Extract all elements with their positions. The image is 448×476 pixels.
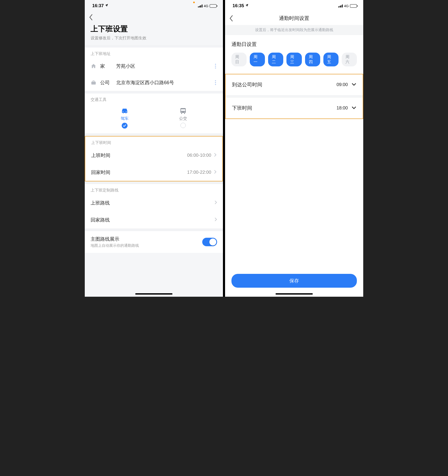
recording-indicator-dot (193, 2, 195, 3)
save-button[interactable]: 保存 (231, 274, 357, 288)
signal-icon (198, 5, 202, 7)
day-pill-3[interactable]: 周三 (286, 53, 302, 66)
chevron-down-icon (352, 106, 356, 110)
nav-title: 通勤时间设置 (279, 15, 309, 22)
arrive-time-row[interactable]: 到达公司时间 09:00 (226, 74, 363, 95)
svg-point-6 (184, 112, 185, 113)
map-route-switch[interactable] (202, 238, 217, 246)
svg-rect-0 (91, 82, 96, 84)
status-time: 16:35 (233, 3, 244, 8)
home-time-value: 17:00-22:00 (187, 170, 211, 175)
page-title: 上下班设置 (91, 24, 217, 34)
home-label: 家 (100, 63, 112, 69)
home-time-label: 回家时间 (91, 169, 110, 176)
hint-text: 设置后，将于临近出发时间段为您展示通勤路线 (225, 25, 363, 35)
day-section-title: 通勤日设置 (231, 41, 357, 48)
status-bar: 16:37 4G (85, 0, 223, 12)
more-icon[interactable] (214, 79, 217, 86)
radio-checked-icon (122, 123, 128, 129)
back-button[interactable] (85, 12, 223, 23)
more-icon[interactable] (214, 63, 217, 70)
status-bar: 16:35 4G (225, 0, 363, 12)
day-pill-5[interactable]: 周五 (323, 53, 339, 66)
day-pills: 周日周一周二周三周四周五周六 (231, 53, 357, 66)
day-pill-4[interactable]: 周四 (305, 53, 320, 66)
home-value: 芳苑小区 (116, 63, 210, 69)
work-time-label: 上班时间 (91, 152, 110, 159)
radio-empty-icon (180, 123, 186, 128)
svg-point-1 (123, 112, 124, 112)
briefcase-icon (91, 80, 96, 86)
day-pill-2[interactable]: 周二 (268, 53, 283, 66)
company-label: 公司 (100, 79, 112, 86)
page-subtitle: 设置修改后，下次打开地图生效 (91, 36, 217, 41)
svg-rect-8 (184, 113, 185, 114)
battery-icon (210, 4, 217, 8)
signal-icon (338, 5, 343, 7)
home-indicator[interactable] (276, 293, 313, 295)
transport-selector: 驾车 公交 (85, 104, 223, 133)
address-section-label: 上下班地址 (85, 48, 223, 58)
commute-days-section: 通勤日设置 周日周一周二周三周四周五周六 (225, 35, 363, 73)
battery-icon (350, 4, 357, 8)
time-settings-highlight: 到达公司时间 09:00 下班时间 18:00 (225, 74, 363, 119)
location-arrow-icon (105, 3, 108, 8)
chevron-right-icon (214, 153, 217, 158)
page-header: 上下班设置 设置修改后，下次打开地图生效 (85, 23, 223, 45)
home-route-row[interactable]: 回家路线 (85, 211, 223, 228)
transport-bus[interactable]: 公交 (179, 108, 187, 129)
work-route-label: 上班路线 (91, 200, 110, 206)
svg-rect-7 (181, 113, 182, 114)
leave-time-row[interactable]: 下班时间 18:00 (226, 98, 363, 118)
home-time-row[interactable]: 回家时间 17:00-22:00 (85, 164, 222, 181)
transport-section-label: 交通工具 (85, 94, 223, 104)
back-button[interactable] (229, 15, 234, 23)
chevron-right-icon (214, 170, 217, 175)
chevron-down-icon (352, 82, 356, 87)
transport-car-label: 驾车 (121, 116, 129, 121)
chevron-right-icon (214, 217, 217, 223)
day-pill-0[interactable]: 周日 (231, 53, 247, 66)
transport-bus-label: 公交 (179, 116, 187, 121)
work-route-row[interactable]: 上班路线 (85, 194, 223, 211)
leave-time-label: 下班时间 (232, 105, 252, 112)
home-indicator[interactable] (135, 293, 172, 295)
phone-left-commute-settings: 16:37 4G 上下班设置 设置修改后，下次打开地图生效 上下班地址 (85, 0, 223, 297)
company-address-row[interactable]: 公司 北京市海淀区西小口路66号 (85, 74, 223, 91)
location-arrow-icon (245, 3, 249, 8)
home-icon (91, 63, 96, 69)
map-route-toggle-row: 主图路线展示 地图上自动展示你的通勤路线 (85, 231, 223, 253)
day-pill-1[interactable]: 周一 (250, 53, 265, 66)
svg-point-5 (181, 112, 182, 113)
toggle-subtitle: 地图上自动展示你的通勤路线 (91, 243, 139, 248)
status-time: 16:37 (92, 3, 104, 8)
svg-point-2 (126, 112, 127, 112)
work-time-row[interactable]: 上班时间 06:00-10:00 (85, 147, 222, 164)
commute-time-highlight: 上下班时间 上班时间 06:00-10:00 回家时间 17:00-22:00 (85, 136, 223, 181)
network-label: 4G (204, 4, 208, 8)
leave-time-value: 18:00 (336, 105, 348, 111)
work-time-value: 06:00-10:00 (187, 153, 211, 158)
route-section-label: 上下班定制路线 (85, 184, 223, 194)
car-icon (120, 108, 129, 114)
home-address-row[interactable]: 家 芳苑小区 (85, 58, 223, 74)
toggle-title: 主图路线展示 (91, 236, 139, 242)
arrive-time-value: 09:00 (336, 82, 348, 87)
arrive-time-label: 到达公司时间 (232, 81, 262, 88)
network-label: 4G (344, 4, 349, 8)
time-section-label: 上下班时间 (85, 137, 222, 147)
bus-icon (179, 108, 187, 114)
transport-car[interactable]: 驾车 (120, 108, 129, 129)
company-value: 北京市海淀区西小口路66号 (116, 79, 210, 86)
svg-rect-4 (181, 109, 185, 111)
chevron-right-icon (214, 200, 217, 206)
nav-bar: 通勤时间设置 (225, 12, 363, 25)
phone-right-commute-time: 16:35 4G 通勤时间设置 设置后，将于临近出发时间段为您展示通勤路线 通勤… (225, 0, 363, 297)
day-pill-6[interactable]: 周六 (342, 53, 357, 66)
home-route-label: 回家路线 (91, 217, 110, 223)
